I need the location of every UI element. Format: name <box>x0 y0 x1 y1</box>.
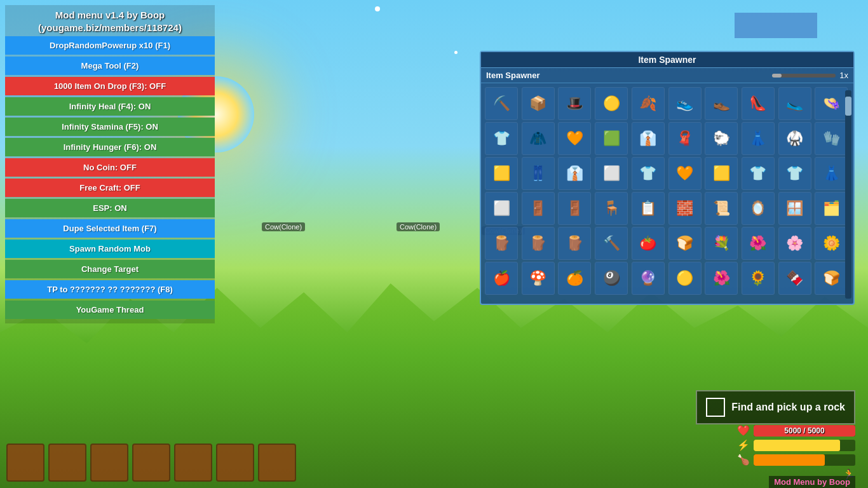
hunger-bar <box>754 454 855 466</box>
item-cell-46[interactable]: 💐 <box>705 227 738 260</box>
mod-btn-13[interactable]: YouGame Thread <box>5 301 215 319</box>
mod-menu-panel: Mod menu v1.4 by Boop (yougame.biz/membe… <box>5 5 215 323</box>
scroll-thumb[interactable] <box>845 97 851 116</box>
item-cell-16[interactable]: 🐑 <box>705 122 738 155</box>
item-cell-51[interactable]: 🍄 <box>522 262 555 295</box>
taskbar-slot-1[interactable] <box>6 444 44 482</box>
item-cell-35[interactable]: 🧱 <box>668 192 702 225</box>
item-cell-11[interactable]: 🧥 <box>522 122 555 155</box>
item-cell-24[interactable]: 👕 <box>632 157 665 190</box>
taskbar-slot-3[interactable] <box>90 444 128 482</box>
item-cell-27[interactable]: 👕 <box>742 157 775 190</box>
item-cell-25[interactable]: 🧡 <box>668 157 702 190</box>
item-cell-30[interactable]: ⬜ <box>485 192 518 225</box>
item-cell-56[interactable]: 🌺 <box>705 262 738 295</box>
item-cell-6[interactable]: 👞 <box>705 87 738 120</box>
item-cell-43[interactable]: 🔨 <box>595 227 628 260</box>
item-cell-42[interactable]: 🪵 <box>558 227 591 260</box>
health-icon: ❤️ <box>737 424 750 437</box>
mod-btn-4[interactable]: Infinity Stamina (F5): ON <box>5 118 215 136</box>
item-cell-26[interactable]: 🟨 <box>705 157 738 190</box>
quest-text: Find and pick up a rock <box>731 401 845 414</box>
item-cell-9[interactable]: 👒 <box>815 87 848 120</box>
taskbar-slot-4[interactable] <box>132 444 170 482</box>
quantity-slider[interactable] <box>772 74 836 78</box>
item-cell-34[interactable]: 📋 <box>632 192 665 225</box>
item-cell-49[interactable]: 🌼 <box>815 227 848 260</box>
item-cell-40[interactable]: 🪵 <box>485 227 518 260</box>
spawner-scrollbar[interactable] <box>845 90 851 299</box>
item-cell-50[interactable]: 🍎 <box>485 262 518 295</box>
item-cell-52[interactable]: 🍊 <box>558 262 591 295</box>
item-cell-3[interactable]: 🟡 <box>595 87 628 120</box>
spawner-slider-area[interactable]: 1x <box>772 71 848 80</box>
taskbar-slot-7[interactable] <box>258 444 296 482</box>
mod-btn-7[interactable]: Free Craft: OFF <box>5 179 215 197</box>
item-cell-53[interactable]: 🎱 <box>595 262 628 295</box>
mod-btn-3[interactable]: Infinity Heal (F4): ON <box>5 97 215 116</box>
item-cell-15[interactable]: 🧣 <box>668 122 702 155</box>
item-cell-59[interactable]: 🍞 <box>815 262 848 295</box>
mod-btn-9[interactable]: Dupe Selected Item (F7) <box>5 219 215 238</box>
item-cell-54[interactable]: 🔮 <box>632 262 665 295</box>
taskbar-slot-5[interactable] <box>174 444 212 482</box>
item-cell-10[interactable]: 👕 <box>485 122 518 155</box>
mod-btn-5[interactable]: Infinity Hunger (F6): ON <box>5 138 215 156</box>
item-cell-23[interactable]: ⬜ <box>595 157 628 190</box>
item-cell-13[interactable]: 🟩 <box>595 122 628 155</box>
taskbar <box>6 444 296 482</box>
item-cell-55[interactable]: 🟡 <box>668 262 702 295</box>
spawner-title: Item Spawner <box>481 52 853 68</box>
item-cell-39[interactable]: 🗂️ <box>815 192 848 225</box>
spawner-header-label: Item Spawner <box>486 71 540 80</box>
item-cell-1[interactable]: 📦 <box>522 87 555 120</box>
taskbar-slot-2[interactable] <box>48 444 86 482</box>
item-cell-37[interactable]: 🪞 <box>742 192 775 225</box>
item-cell-32[interactable]: 🚪 <box>558 192 591 225</box>
item-cell-18[interactable]: 🥋 <box>778 122 811 155</box>
item-cell-38[interactable]: 🪟 <box>778 192 811 225</box>
item-cell-4[interactable]: 🍂 <box>632 87 665 120</box>
item-cell-58[interactable]: 🍫 <box>778 262 811 295</box>
mod-btn-1[interactable]: Mega Tool (F2) <box>5 57 215 75</box>
mod-btn-6[interactable]: No Coin: OFF <box>5 158 215 177</box>
mod-btn-10[interactable]: Spawn Random Mob <box>5 240 215 258</box>
mod-btn-2[interactable]: 1000 Item On Drop (F3): OFF <box>5 77 215 95</box>
health-bar-text: 5000 / 5000 <box>754 425 855 437</box>
item-cell-8[interactable]: 🥿 <box>778 87 811 120</box>
item-cell-44[interactable]: 🍅 <box>632 227 665 260</box>
hunger-bar-fill <box>754 454 825 466</box>
item-cell-5[interactable]: 👟 <box>668 87 702 120</box>
mod-btn-8[interactable]: ESP: ON <box>5 199 215 217</box>
item-cell-57[interactable]: 🌻 <box>742 262 775 295</box>
item-cell-31[interactable]: 🚪 <box>522 192 555 225</box>
item-cell-22[interactable]: 👔 <box>558 157 591 190</box>
item-cell-12[interactable]: 🧡 <box>558 122 591 155</box>
taskbar-slot-6[interactable] <box>216 444 254 482</box>
item-cell-19[interactable]: 🧤 <box>815 122 848 155</box>
item-cell-7[interactable]: 👠 <box>742 87 775 120</box>
health-bar: 5000 / 5000 <box>754 425 855 437</box>
cow-label-1: Cow(Clone) <box>262 222 305 231</box>
item-cell-0[interactable]: ⛏️ <box>485 87 518 120</box>
hunger-bar-row: 🍗 <box>737 454 855 466</box>
item-cell-45[interactable]: 🍞 <box>668 227 702 260</box>
item-cell-29[interactable]: 👗 <box>815 157 848 190</box>
item-cell-14[interactable]: 👔 <box>632 122 665 155</box>
stamina-icon: ⚡ <box>737 439 750 451</box>
item-cell-48[interactable]: 🌸 <box>778 227 811 260</box>
item-cell-33[interactable]: 🪑 <box>595 192 628 225</box>
item-cell-41[interactable]: 🪵 <box>522 227 555 260</box>
item-cell-2[interactable]: 🎩 <box>558 87 591 120</box>
item-cell-28[interactable]: 👕 <box>778 157 811 190</box>
mod-btn-0[interactable]: DropRandomPowerup x10 (F1) <box>5 36 215 55</box>
item-grid: ⛏️📦🎩🟡🍂👟👞👠🥿👒👕🧥🧡🟩👔🧣🐑👗🥋🧤🟨👖👔⬜👕🧡🟨👕👕👗⬜🚪🚪🪑📋🧱📜🪞🪟… <box>481 83 853 299</box>
mod-btn-12[interactable]: TP to ??????? ?? ??????? (F8) <box>5 280 215 299</box>
item-cell-47[interactable]: 🌺 <box>742 227 775 260</box>
item-cell-17[interactable]: 👗 <box>742 122 775 155</box>
item-cell-21[interactable]: 👖 <box>522 157 555 190</box>
mod-btn-11[interactable]: Change Target <box>5 260 215 278</box>
ui-box <box>735 13 817 38</box>
item-cell-36[interactable]: 📜 <box>705 192 738 225</box>
item-cell-20[interactable]: 🟨 <box>485 157 518 190</box>
